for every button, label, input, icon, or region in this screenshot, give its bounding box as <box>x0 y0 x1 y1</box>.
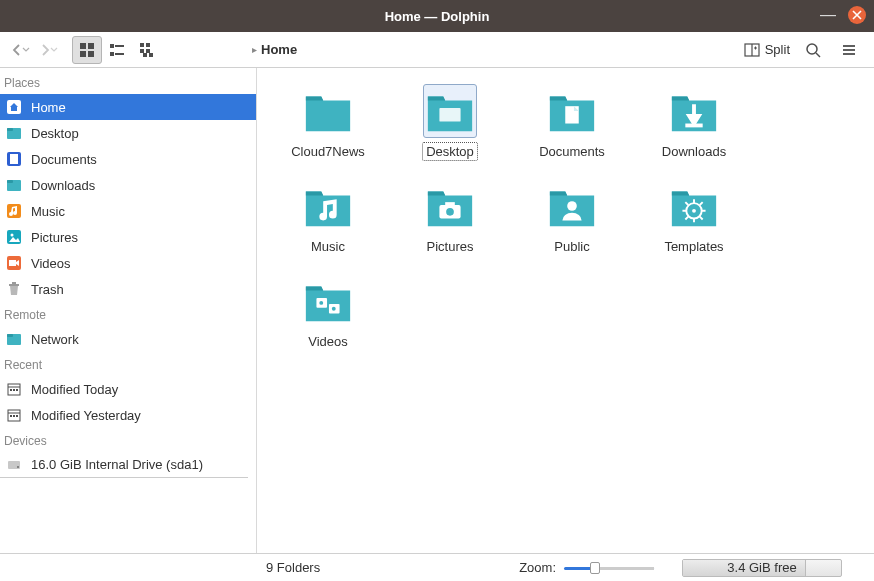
zoom-slider[interactable] <box>564 561 654 575</box>
hamburger-icon <box>841 42 857 58</box>
sidebar-item-home[interactable]: Home <box>0 94 256 120</box>
folder-icon <box>667 179 721 233</box>
document-blue-icon <box>5 150 23 168</box>
sidebar-item-label: Network <box>31 332 79 347</box>
folder-videos[interactable]: Videos <box>267 272 389 367</box>
svg-rect-30 <box>7 204 21 218</box>
status-summary: 9 Folders <box>266 560 320 575</box>
svg-rect-27 <box>10 154 18 164</box>
svg-rect-52 <box>565 106 578 123</box>
chevron-right-icon: ▸ <box>252 44 257 55</box>
svg-line-19 <box>816 53 820 57</box>
svg-rect-12 <box>143 53 147 57</box>
sidebar-item-network[interactable]: Network <box>0 326 256 352</box>
folder-cloud7news[interactable]: Cloud7News <box>267 82 389 177</box>
sidebar-item-documents[interactable]: Documents <box>0 146 256 172</box>
svg-rect-53 <box>685 124 702 128</box>
split-label: Split <box>765 42 790 57</box>
breadcrumb[interactable]: ▸ Home <box>252 42 744 57</box>
sidebar-item-modified-yesterday[interactable]: Modified Yesterday <box>0 402 256 428</box>
svg-rect-6 <box>110 52 114 56</box>
svg-rect-36 <box>12 282 16 284</box>
sidebar-item-desktop[interactable]: Desktop <box>0 120 256 146</box>
folder-downloads[interactable]: Downloads <box>633 82 755 177</box>
svg-rect-3 <box>88 51 94 57</box>
sidebar-item-16-0-gib-internal-drive-sda1-[interactable]: 16.0 GiB Internal Drive (sda1) <box>0 452 248 478</box>
sidebar-item-label: Music <box>31 204 65 219</box>
calendar-icon <box>5 380 23 398</box>
folder-label: Downloads <box>658 142 730 161</box>
close-button[interactable] <box>848 6 866 24</box>
folder-icon <box>301 84 355 138</box>
split-icon <box>744 42 760 58</box>
statusbar: 9 Folders Zoom: 3.4 GiB free <box>0 553 874 581</box>
folder-label: Pictures <box>423 237 478 256</box>
videos-orange-icon <box>5 254 23 272</box>
svg-rect-0 <box>80 43 86 49</box>
sidebar-item-videos[interactable]: Videos <box>0 250 256 276</box>
svg-rect-42 <box>13 389 15 391</box>
sidebar-item-label: Pictures <box>31 230 78 245</box>
sidebar-item-trash[interactable]: Trash <box>0 276 256 302</box>
folder-pictures[interactable]: Pictures <box>389 177 511 272</box>
sidebar-item-label: Videos <box>31 256 71 271</box>
search-icon <box>805 42 821 58</box>
home-icon <box>5 98 23 116</box>
folder-desktop[interactable]: Desktop <box>389 82 511 177</box>
sidebar-section-recent: Recent <box>0 352 256 376</box>
svg-point-55 <box>446 208 454 216</box>
folder-icon <box>545 179 599 233</box>
forward-button[interactable] <box>34 36 62 64</box>
svg-point-59 <box>692 209 696 213</box>
menu-button[interactable] <box>836 37 862 63</box>
sidebar-item-label: Documents <box>31 152 97 167</box>
svg-point-63 <box>332 307 336 311</box>
sidebar-section-devices: Devices <box>0 428 256 452</box>
sidebar-item-music[interactable]: Music <box>0 198 256 224</box>
sidebar-item-label: Desktop <box>31 126 79 141</box>
details-view-button[interactable] <box>132 36 162 64</box>
compact-view-button[interactable] <box>102 36 132 64</box>
free-space-text: 3.4 GiB free <box>727 560 796 575</box>
sidebar-item-pictures[interactable]: Pictures <box>0 224 256 250</box>
drive-icon <box>5 456 23 474</box>
free-space-indicator: 3.4 GiB free <box>682 559 842 577</box>
breadcrumb-current[interactable]: Home <box>261 42 297 57</box>
sidebar-item-label: Home <box>31 100 66 115</box>
folder-documents[interactable]: Documents <box>511 82 633 177</box>
sidebar-item-label: Trash <box>31 282 64 297</box>
folder-teal-icon <box>5 124 23 142</box>
search-button[interactable] <box>800 37 826 63</box>
window-controls: — <box>820 6 866 24</box>
sidebar-section-places: Places <box>0 70 256 94</box>
folder-icon <box>423 179 477 233</box>
toolbar: ▸ Home Split <box>0 32 874 68</box>
minimize-button[interactable]: — <box>820 7 836 23</box>
svg-rect-34 <box>9 260 16 266</box>
folder-view[interactable]: Cloud7NewsDesktopDocumentsDownloadsMusic… <box>256 68 874 553</box>
sidebar-item-modified-today[interactable]: Modified Today <box>0 376 256 402</box>
icons-view-button[interactable] <box>72 36 102 64</box>
svg-rect-9 <box>146 43 150 47</box>
back-button[interactable] <box>6 36 34 64</box>
folder-public[interactable]: Public <box>511 177 633 272</box>
svg-rect-13 <box>149 53 153 57</box>
folder-label: Music <box>307 237 349 256</box>
folder-icon <box>301 274 355 328</box>
split-button[interactable]: Split <box>744 42 790 58</box>
view-mode-group <box>72 36 162 64</box>
sidebar: PlacesHomeDesktopDocumentsDownloadsMusic… <box>0 68 256 553</box>
sidebar-section-remote: Remote <box>0 302 256 326</box>
sidebar-item-downloads[interactable]: Downloads <box>0 172 256 198</box>
svg-rect-46 <box>10 415 12 417</box>
folder-teal-icon <box>5 176 23 194</box>
folder-label: Cloud7News <box>287 142 369 161</box>
folder-music[interactable]: Music <box>267 177 389 272</box>
svg-rect-5 <box>115 45 124 47</box>
folder-icon <box>545 84 599 138</box>
pictures-teal-icon <box>5 228 23 246</box>
zoom-label: Zoom: <box>519 560 556 575</box>
svg-rect-43 <box>16 389 18 391</box>
svg-rect-8 <box>140 43 144 47</box>
folder-templates[interactable]: Templates <box>633 177 755 272</box>
